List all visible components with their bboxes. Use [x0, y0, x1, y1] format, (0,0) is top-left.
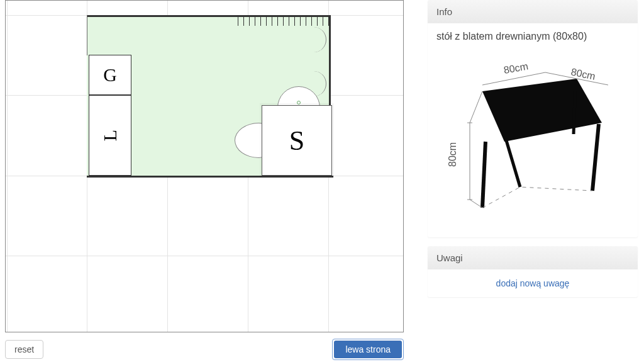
- svg-line-1: [482, 142, 486, 208]
- block-label: S: [289, 125, 304, 157]
- table-s[interactable]: S: [262, 105, 332, 176]
- svg-marker-0: [482, 79, 602, 142]
- reset-button[interactable]: reset: [5, 340, 43, 359]
- dim-height: 80cm: [447, 142, 458, 167]
- svg-line-4: [574, 82, 575, 134]
- block-label: L: [99, 130, 121, 141]
- table-preview-icon: 80cm 80cm 80cm: [445, 54, 621, 223]
- block-label: G: [103, 64, 117, 86]
- selected-item-title: stół z blatem drewnianym (80x80): [436, 31, 629, 42]
- dim-width: 80cm: [503, 60, 529, 76]
- info-panel: Info stół z blatem drewnianym (80x80): [428, 0, 638, 237]
- svg-line-2: [506, 140, 520, 187]
- canvas-area: G L S reset lewa strona: [0, 0, 415, 362]
- door-arc-icon: [301, 27, 326, 52]
- svg-line-7: [482, 72, 545, 85]
- block-l[interactable]: L: [89, 95, 131, 176]
- notes-header: Uwagi: [428, 246, 638, 269]
- block-g[interactable]: G: [89, 55, 131, 95]
- notes-panel: Uwagi dodaj nową uwagę: [428, 246, 638, 297]
- item-preview: 80cm 80cm 80cm: [436, 47, 629, 230]
- left-side-button[interactable]: lewa strona: [334, 341, 402, 358]
- add-note-link[interactable]: dodaj nową uwagę: [428, 269, 638, 297]
- info-header: Info: [428, 0, 638, 23]
- svg-line-3: [592, 124, 599, 191]
- floorplan-canvas[interactable]: G L S: [5, 0, 404, 332]
- ruler-icon: [238, 17, 329, 26]
